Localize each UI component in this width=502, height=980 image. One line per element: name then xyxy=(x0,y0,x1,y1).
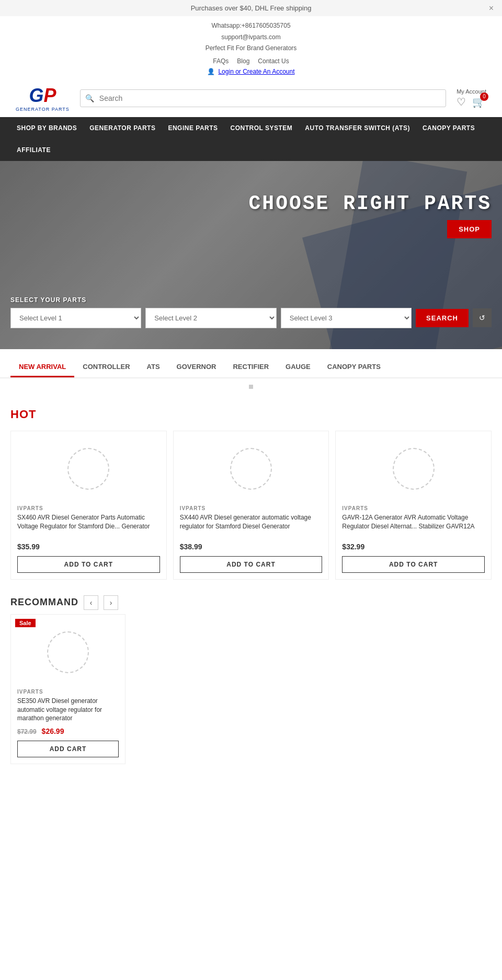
tagline-text: Perfect Fit For Brand Generators xyxy=(0,43,502,54)
product-price: $38.99 xyxy=(180,543,323,551)
product-price: $32.99 xyxy=(342,543,485,551)
header: G P Generator Parts 🔍 My Account ♡ 🛒 0 xyxy=(0,79,502,117)
hero-content: CHOOSE RIGHT PARTS SHOP xyxy=(249,192,492,238)
hero-section: CHOOSE RIGHT PARTS SHOP SELECT YOUR PART… xyxy=(0,161,502,349)
product-image-placeholder xyxy=(67,448,109,490)
email-text: support@ivparts.com xyxy=(0,32,502,43)
product-name: SX460 AVR Diesel Generator Parts Automat… xyxy=(17,513,160,538)
header-icons: My Account ♡ 🛒 0 xyxy=(457,88,486,108)
top-banner-text: Purchases over $40, DHL Free shipping xyxy=(191,4,312,12)
recommend-product-card: Sale IVPARTS SE350 AVR Diesel generator … xyxy=(10,614,126,764)
tab-ats[interactable]: ATS xyxy=(139,358,168,377)
logo-g: G xyxy=(29,85,43,107)
select-parts: SELECT YOUR PARTS Select Level 1 Select … xyxy=(10,296,492,328)
sale-badge: Sale xyxy=(15,619,36,627)
product-brand: IVPARTS xyxy=(180,505,323,511)
main-nav: SHOP BY BRANDS GENERATOR PARTS ENGINE PA… xyxy=(0,117,502,161)
logo-subtitle: Generator Parts xyxy=(16,107,70,112)
product-image xyxy=(17,621,119,684)
search-icon: 🔍 xyxy=(85,94,94,102)
next-button[interactable]: › xyxy=(104,595,118,610)
tab-new-arrival[interactable]: NEW ARRIVAL xyxy=(10,358,74,377)
product-brand: IVPARTS xyxy=(17,505,160,511)
whatsapp-text: Whatsapp:+8617605035705 xyxy=(0,20,502,32)
product-name: SE350 AVR Diesel generator automatic vol… xyxy=(17,697,119,723)
add-to-cart-button[interactable]: ADD CART xyxy=(17,741,119,757)
product-image-placeholder xyxy=(47,631,89,673)
contact-link[interactable]: Contact Us xyxy=(258,57,289,65)
product-brand: IVPARTS xyxy=(342,505,485,511)
refresh-button[interactable]: ↺ xyxy=(473,308,492,327)
tab-governor[interactable]: GOVERNOR xyxy=(168,358,225,377)
blog-link[interactable]: Blog xyxy=(237,57,249,65)
hero-title: CHOOSE RIGHT PARTS xyxy=(249,192,492,215)
price-original: $72.99 xyxy=(17,728,37,735)
cart-button[interactable]: 🛒 0 xyxy=(472,96,485,108)
hot-section-label: HOT xyxy=(0,395,502,425)
tab-gauge[interactable]: GAUGE xyxy=(277,358,319,377)
recommend-products-grid: Sale IVPARTS SE350 AVR Diesel generator … xyxy=(0,614,502,775)
product-image xyxy=(17,437,160,500)
level3-select[interactable]: Select Level 3 xyxy=(281,308,412,328)
select-parts-row: Select Level 1 Select Level 2 Select Lev… xyxy=(10,308,492,328)
wishlist-button[interactable]: ♡ xyxy=(457,96,466,108)
prev-button[interactable]: ‹ xyxy=(84,595,98,610)
shop-button[interactable]: SHOP xyxy=(447,220,492,238)
select-parts-label: SELECT YOUR PARTS xyxy=(10,296,492,304)
account-icons-group: My Account ♡ 🛒 0 xyxy=(457,88,486,108)
cart-badge: 0 xyxy=(480,93,488,101)
nav-ats[interactable]: AUTO TRANSFER SWITCH (ATS) xyxy=(299,117,416,139)
product-name: SX440 AVR Diesel generator automatic vol… xyxy=(180,513,323,538)
user-icon: 👤 xyxy=(207,68,215,75)
nav-generator-parts[interactable]: GENERATOR PARTS xyxy=(83,117,162,139)
pagination-dots xyxy=(0,378,502,395)
product-card: IVPARTS GAVR-12A Generator AVR Automatic… xyxy=(335,431,492,580)
hot-products-grid: IVPARTS SX460 AVR Diesel Generator Parts… xyxy=(0,425,502,590)
product-card: IVPARTS SX460 AVR Diesel Generator Parts… xyxy=(10,431,167,580)
pagination-dot[interactable] xyxy=(249,385,253,389)
product-card: IVPARTS SX440 AVR Diesel generator autom… xyxy=(173,431,329,580)
account-bar: 👤 Login or Create An Account xyxy=(0,66,502,79)
product-price: $35.99 xyxy=(17,543,160,551)
category-tabs: NEW ARRIVAL CONTROLLER ATS GOVERNOR RECT… xyxy=(0,349,502,378)
nav-control-system[interactable]: CONTROL SYSTEM xyxy=(224,117,299,139)
add-to-cart-button[interactable]: ADD TO CART xyxy=(17,556,160,573)
product-brand: IVPARTS xyxy=(17,689,119,695)
product-image xyxy=(342,437,485,500)
product-image xyxy=(180,437,323,500)
top-info: Whatsapp:+8617605035705 support@ivparts.… xyxy=(0,16,502,56)
price-sale: $26.99 xyxy=(42,727,64,735)
product-image-placeholder xyxy=(393,448,435,490)
level2-select[interactable]: Select Level 2 xyxy=(145,308,276,328)
add-to-cart-button[interactable]: ADD TO CART xyxy=(342,556,485,573)
recommand-header: RECOMMAND ‹ › xyxy=(0,590,502,614)
tab-rectifier[interactable]: RECTIFIER xyxy=(224,358,277,377)
login-link[interactable]: Login or Create An Account xyxy=(218,68,294,75)
product-name: GAVR-12A Generator AVR Automatic Voltage… xyxy=(342,513,485,538)
recommand-label: RECOMMAND xyxy=(10,597,78,608)
tab-canopy-parts[interactable]: CANOPY PARTS xyxy=(319,358,389,377)
product-image-placeholder xyxy=(230,448,272,490)
add-to-cart-button[interactable]: ADD TO CART xyxy=(180,556,323,573)
level1-select[interactable]: Select Level 1 xyxy=(10,308,141,328)
product-price: $72.99 $26.99 xyxy=(17,727,119,735)
nav-canopy-parts[interactable]: CANOPY PARTS xyxy=(416,117,481,139)
nav-affiliate[interactable]: AFFILIATE xyxy=(10,139,57,161)
search-input[interactable] xyxy=(80,89,446,107)
top-banner: Purchases over $40, DHL Free shipping × xyxy=(0,0,502,16)
logo[interactable]: G P Generator Parts xyxy=(16,85,70,112)
nav-engine-parts[interactable]: ENGINE PARTS xyxy=(162,117,224,139)
search-area: 🔍 xyxy=(80,89,446,107)
faq-link[interactable]: FAQs xyxy=(213,57,229,65)
nav-shop-brands[interactable]: SHOP BY BRANDS xyxy=(10,117,83,139)
tab-controller[interactable]: CONTROLLER xyxy=(74,358,138,377)
top-links: FAQs Blog Contact Us xyxy=(0,56,502,66)
logo-p: P xyxy=(43,85,56,107)
hero-search-button[interactable]: SEARCH xyxy=(416,309,469,327)
close-icon[interactable]: × xyxy=(489,4,494,13)
